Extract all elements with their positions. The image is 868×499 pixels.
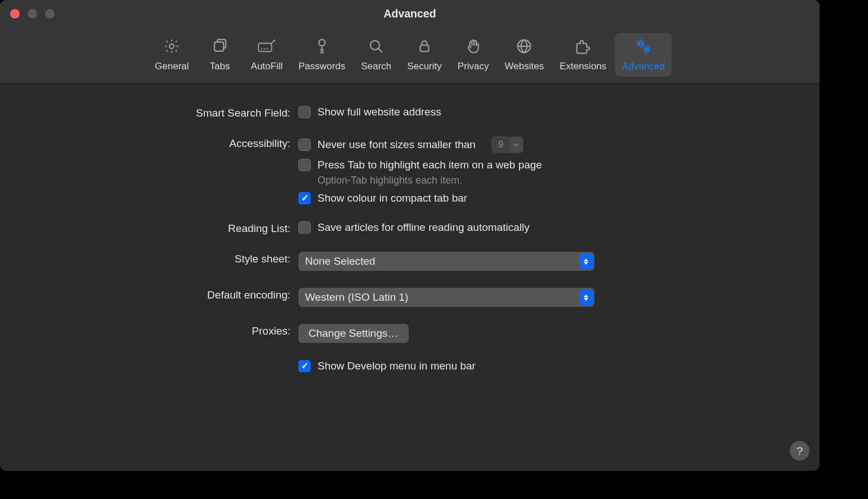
tab-label: Privacy	[458, 61, 489, 72]
tab-tabs[interactable]: Tabs	[198, 33, 242, 77]
tab-security[interactable]: Security	[400, 33, 448, 77]
tab-label: General	[155, 61, 189, 72]
min-font-label: Never use font sizes smaller than	[317, 139, 476, 151]
svg-point-10	[639, 42, 643, 45]
globe-icon	[514, 37, 534, 56]
chevron-down-icon[interactable]	[510, 137, 522, 152]
updown-icon	[579, 289, 593, 305]
tab-highlight-checkbox[interactable]	[298, 159, 311, 171]
key-icon	[312, 37, 332, 56]
svg-rect-1	[214, 42, 223, 51]
advanced-pane: Smart Search Field: Show full website ad…	[0, 83, 820, 400]
zoom-button[interactable]	[45, 9, 55, 19]
min-font-stepper[interactable]: 9	[491, 136, 524, 153]
window-controls	[10, 9, 55, 19]
tab-highlight-hint: Option-Tab highlights each item.	[317, 175, 786, 186]
question-icon: ?	[797, 444, 803, 458]
tab-extensions[interactable]: Extensions	[553, 33, 613, 77]
tab-label: Websites	[505, 61, 544, 72]
svg-point-3	[261, 48, 263, 50]
tab-label: Tabs	[210, 61, 230, 72]
tab-general[interactable]: General	[148, 33, 195, 77]
tab-label: Advanced	[622, 61, 665, 72]
default-encoding-value: Western (ISO Latin 1)	[305, 291, 408, 304]
offline-reading-checkbox[interactable]	[298, 221, 311, 234]
minimize-button[interactable]	[28, 9, 37, 19]
style-sheet-value: None Selected	[305, 255, 375, 268]
tab-label: Security	[407, 61, 441, 72]
develop-menu-checkbox[interactable]	[298, 360, 311, 372]
colour-tab-label: Show colour in compact tab bar	[317, 192, 467, 204]
show-full-address-checkbox[interactable]	[298, 106, 311, 118]
tab-privacy[interactable]: Privacy	[451, 33, 496, 77]
colour-tab-checkbox[interactable]	[298, 192, 311, 204]
proxies-label: Proxies:	[34, 324, 298, 337]
tab-label: Passwords	[298, 61, 345, 72]
reading-list-label: Reading List:	[34, 221, 298, 235]
svg-rect-2	[258, 43, 271, 52]
gear-icon	[162, 37, 181, 56]
help-button[interactable]: ?	[790, 441, 809, 461]
smart-search-label: Smart Search Field:	[34, 106, 298, 119]
gears-icon	[634, 37, 653, 56]
puzzle-icon	[574, 37, 593, 56]
svg-point-0	[169, 44, 174, 48]
tab-advanced[interactable]: Advanced	[615, 33, 672, 77]
preferences-window: Advanced General Tabs AutoFill Passwor	[0, 0, 820, 471]
svg-point-5	[266, 48, 268, 50]
tab-websites[interactable]: Websites	[498, 33, 551, 77]
tab-autofill[interactable]: AutoFill	[244, 33, 290, 77]
titlebar: Advanced	[0, 0, 820, 27]
svg-point-7	[370, 41, 379, 50]
style-sheet-label: Style sheet:	[34, 252, 298, 265]
updown-icon	[579, 253, 593, 269]
svg-rect-8	[420, 45, 429, 51]
svg-point-6	[319, 39, 325, 46]
window-title: Advanced	[0, 7, 820, 20]
change-settings-label: Change Settings…	[308, 327, 399, 340]
min-font-checkbox[interactable]	[298, 139, 311, 151]
hand-icon	[464, 37, 483, 56]
tab-search[interactable]: Search	[354, 33, 398, 77]
offline-reading-label: Save articles for offline reading automa…	[317, 221, 530, 234]
autofill-icon	[257, 37, 276, 56]
tab-label: Search	[361, 61, 391, 72]
show-full-address-label: Show full website address	[317, 106, 441, 118]
preferences-toolbar: General Tabs AutoFill Passwords Search	[0, 27, 820, 83]
tab-label: AutoFill	[251, 61, 283, 72]
search-icon	[366, 37, 386, 56]
lock-icon	[415, 37, 434, 56]
tab-highlight-label: Press Tab to highlight each item on a we…	[317, 159, 542, 171]
accessibility-label: Accessibility:	[34, 136, 298, 150]
default-encoding-popup[interactable]: Western (ISO Latin 1)	[298, 288, 594, 307]
svg-point-11	[645, 48, 648, 51]
style-sheet-popup[interactable]: None Selected	[298, 252, 594, 271]
svg-point-4	[263, 48, 265, 50]
develop-menu-label: Show Develop menu in menu bar	[317, 360, 476, 372]
tab-passwords[interactable]: Passwords	[292, 33, 352, 77]
tabs-icon	[211, 37, 230, 56]
change-settings-button[interactable]: Change Settings…	[298, 324, 409, 343]
default-encoding-label: Default encoding:	[34, 288, 298, 301]
tab-label: Extensions	[560, 61, 606, 72]
close-button[interactable]	[10, 9, 20, 19]
min-font-value: 9	[491, 139, 510, 150]
